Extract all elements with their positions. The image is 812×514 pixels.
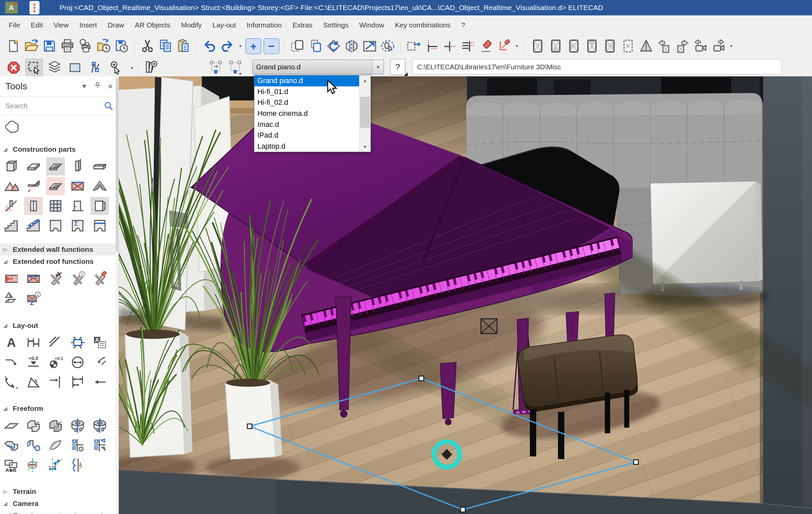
sweep-solid-tool[interactable] (2, 436, 21, 454)
chevron-down-icon[interactable]: ▼ (81, 83, 87, 90)
library-path-field[interactable] (412, 59, 782, 74)
roof-section-tool[interactable] (24, 177, 43, 195)
elevation-point-tool[interactable]: +0.1 (46, 353, 65, 371)
extrude-solid-2-tool[interactable] (46, 417, 65, 435)
column-tool[interactable] (68, 158, 87, 175)
roof-cut-tool[interactable] (46, 269, 65, 288)
trim-multiple-button[interactable] (459, 37, 476, 56)
roof-info-tool[interactable]: i (68, 269, 87, 288)
zoom-selection-button[interactable] (108, 59, 124, 76)
dropdown-item-hi-fi-01-d[interactable]: Hi-fi_01.d (254, 86, 359, 97)
boolean-operation-tool[interactable]: A⊕B (2, 456, 21, 474)
floor-slab-tool[interactable] (24, 158, 43, 175)
select-button[interactable] (26, 59, 42, 76)
viewport-3d[interactable] (119, 76, 812, 514)
trim-intersection-button[interactable] (440, 37, 459, 56)
snap-point-marker[interactable] (434, 442, 460, 467)
dimension-chain-tool[interactable] (24, 334, 43, 351)
view-front-button[interactable] (547, 37, 564, 56)
mirror-button[interactable] (342, 37, 360, 56)
save-file-button[interactable] (40, 37, 58, 56)
wall-opening-tool[interactable] (90, 197, 109, 215)
dropdown-item-grand-piano-d[interactable]: Grand piano.d (254, 75, 359, 86)
menu-ar-objects[interactable]: AR Objects (129, 16, 176, 34)
next-camera-tool[interactable] (90, 512, 109, 514)
view-top-button[interactable] (583, 37, 601, 56)
section-camera[interactable]: ◢Camera (0, 497, 118, 510)
previous-camera-button[interactable] (691, 37, 709, 56)
redo-button[interactable] (218, 37, 236, 56)
revolve-solid-2-tool[interactable] (90, 417, 109, 435)
roof-framework-tool[interactable] (90, 177, 109, 195)
beam-tool[interactable] (90, 158, 109, 175)
angle-dimension-tool[interactable] (24, 373, 43, 391)
rectangle-selection-button[interactable] (67, 59, 83, 76)
dropdown-item-ipad-d[interactable]: IPad.d (254, 130, 359, 141)
zoom-in-button[interactable]: + (245, 38, 261, 54)
scrollbar-thumb[interactable] (116, 78, 118, 252)
undo-history-caret-button[interactable]: ▾ (236, 37, 244, 56)
roof-opening-tool[interactable] (46, 177, 65, 195)
delete-part-button[interactable] (495, 37, 513, 56)
level-marker-tool[interactable]: +0.0 (24, 353, 43, 371)
trim-corner-button[interactable] (423, 37, 440, 56)
sum-opening-tool[interactable]: Σ (68, 217, 87, 235)
print-preview-button[interactable] (76, 37, 94, 56)
rotation-axis-tool[interactable] (24, 456, 43, 474)
menu-view[interactable]: View (48, 16, 74, 34)
search-input[interactable] (5, 102, 104, 110)
scale-button[interactable] (360, 37, 379, 56)
zoom-out-button[interactable]: − (263, 38, 280, 54)
pin-icon[interactable] (95, 82, 100, 90)
previous-camera-tool[interactable] (68, 512, 87, 514)
roof-slope-tool[interactable] (2, 289, 21, 307)
previous-view-button[interactable] (655, 37, 673, 56)
highlight-box-tool[interactable] (68, 334, 87, 351)
revolve-solid-tool[interactable] (68, 417, 87, 435)
view-left-button[interactable] (564, 37, 583, 56)
lintel-opening-tool[interactable] (90, 217, 109, 235)
scrollbar-thumb[interactable] (360, 97, 370, 127)
wall-tool[interactable] (2, 158, 21, 175)
text-tool[interactable]: A (2, 334, 21, 351)
menu-settings[interactable]: Settings (318, 16, 354, 34)
section-extended-roof-functions[interactable]: ◢Extended roof functions (0, 256, 118, 267)
view-perspective-button[interactable] (637, 37, 655, 56)
window-grid-tool[interactable] (46, 197, 65, 215)
stretch-button[interactable] (404, 37, 423, 56)
door-tool[interactable] (68, 197, 87, 215)
section-extended-wall-functions[interactable]: ▷Extended wall functions (0, 244, 118, 256)
menu-extras[interactable]: Extras (287, 16, 318, 34)
menu-insert[interactable]: Insert (74, 16, 103, 34)
text-block-tool[interactable]: A (90, 334, 109, 351)
diameter-dimension-tool[interactable] (68, 353, 87, 371)
rotate-button[interactable] (324, 37, 342, 56)
arc-dimension-tool[interactable] (2, 373, 21, 391)
view-fit-button[interactable] (619, 37, 637, 56)
menu-file[interactable]: File (3, 16, 25, 34)
hip-roof-solid-tool[interactable] (2, 269, 21, 288)
open-recent-button[interactable] (94, 37, 113, 56)
menu-information[interactable]: Information (241, 16, 287, 34)
zoom-select-caret-button[interactable]: ▾ (128, 58, 136, 77)
print-button[interactable] (58, 37, 76, 56)
cut-button[interactable] (138, 37, 156, 56)
place-next-button[interactable] (228, 60, 242, 74)
section-terrain[interactable]: ▷Terrain (0, 486, 118, 497)
group-select-button[interactable] (379, 37, 397, 56)
add-camera-tool[interactable] (46, 512, 65, 514)
save-version-button[interactable] (113, 37, 130, 56)
duplicate-button[interactable] (306, 37, 324, 56)
stairs-railing-tool[interactable] (24, 217, 43, 235)
views-caret-button[interactable]: ▾ (727, 37, 735, 56)
project-surface-tool[interactable] (90, 436, 109, 454)
view-right-button[interactable] (601, 37, 619, 56)
hatch-tool[interactable] (46, 334, 65, 351)
window-tool[interactable] (24, 197, 43, 215)
menu-window[interactable]: Window (354, 16, 389, 34)
dropdown-item-home-cinema-d[interactable]: Home cinema.d (254, 108, 359, 119)
wall-recess-tool[interactable] (2, 197, 21, 215)
close-icon[interactable]: ✕ (108, 83, 113, 90)
open-file-button[interactable] (22, 37, 40, 56)
help-button[interactable]: ? (390, 59, 405, 75)
